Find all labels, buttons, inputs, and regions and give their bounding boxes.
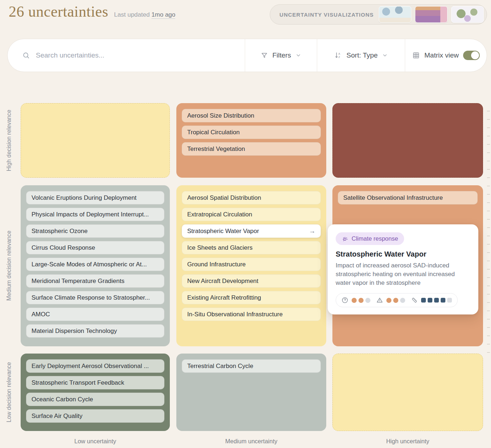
uncertainty-item[interactable]: Material Dispersion Technology [26, 324, 164, 338]
uncertainty-item-label: Physical Impacts of Deployment Interrupt… [32, 211, 149, 218]
matrix-cell-low-low: Early Deployment Aerosol Observational .… [21, 354, 170, 431]
chevron-down-icon [295, 52, 301, 58]
uncertainty-item-label: Stratospheric Ozone [32, 228, 88, 235]
uncertainty-item[interactable]: Existing Aircraft Retrofitting [182, 291, 321, 304]
matrix-view-label: Matrix view [424, 51, 459, 59]
grid-icon [412, 51, 420, 59]
uncertainty-item[interactable]: Satellite Observational Infrastructure [338, 191, 478, 204]
metric-square [441, 298, 445, 303]
sort-label: Sort: Type [347, 51, 378, 59]
viz-thumbnail-world-map[interactable] [451, 6, 484, 23]
uncertainty-item[interactable]: Terrestrial Vegetation [182, 142, 321, 156]
uncertainty-item[interactable]: Physical Impacts of Deployment Interrupt… [26, 208, 164, 221]
uncertainty-item[interactable]: Ground Infrastructure [182, 258, 321, 271]
uncertainty-item[interactable]: Oceanic Carbon Cycle [26, 393, 164, 406]
uncertainty-item[interactable]: Early Deployment Aerosol Observational .… [26, 359, 164, 373]
uncertainty-item-label: Existing Aircraft Retrofitting [187, 294, 261, 301]
uncertainty-item[interactable]: Surface Climate Response to Stratospher.… [26, 291, 164, 304]
uncertainty-item[interactable]: Terrestrial Carbon Cycle [182, 359, 321, 373]
popup-title: Stratospheric Water Vapor [336, 250, 470, 258]
uncertainty-item[interactable]: Large-Scale Modes of Atmospheric or At..… [26, 258, 164, 271]
uncertainty-item-label: AMOC [32, 311, 50, 318]
filters-label: Filters [272, 51, 291, 59]
uncertainty-item[interactable]: Stratospheric Transport Feedback [26, 376, 164, 389]
matrix-view-toggle[interactable] [463, 51, 480, 60]
svg-text:Z: Z [338, 55, 340, 59]
metric-square [421, 298, 426, 303]
uncertainty-item[interactable]: Meridional Temperature Gradients [26, 274, 164, 288]
search-icon [22, 51, 30, 59]
matrix-cell-medium-low: Volcanic Eruptions During DeploymentPhys… [21, 185, 170, 346]
row-label-high: High decision relevance [5, 103, 13, 178]
uncertainty-item[interactable]: Ice Sheets and Glaciers [182, 241, 321, 254]
right-edge-ruler-ticks [487, 103, 490, 354]
metrics-pill [336, 293, 458, 307]
uncertainty-item-label: Surface Air Quality [32, 413, 83, 420]
ruler-icon [411, 297, 418, 304]
uncertainty-item-label: New Aircraft Development [187, 278, 259, 285]
metric-square [434, 298, 439, 303]
uncertainty-item[interactable]: Tropical Circulation [182, 126, 321, 139]
metric-group [341, 297, 370, 304]
uncertainty-detail-popup: Climate response Stratospheric Water Vap… [328, 224, 478, 314]
uncertainty-item-label: In-Situ Observational Infrastructure [187, 311, 283, 318]
climate-sun-icon [342, 236, 348, 242]
metric-square [428, 298, 432, 303]
matrix-cell-low-high [332, 354, 483, 431]
uncertainty-item-label: Large-Scale Modes of Atmospheric or At..… [32, 261, 147, 268]
uncertainty-item[interactable]: New Aircraft Development [182, 274, 321, 288]
uncertainty-item-label: Material Dispersion Technology [32, 327, 117, 335]
toolbar: Filters AZ Sort: Type Matrix view [7, 39, 487, 72]
uncertainty-item[interactable]: Stratospheric Ozone [26, 224, 164, 238]
search-segment [8, 39, 245, 72]
uncertainty-item[interactable]: Aerosol Spatial Distribution [182, 191, 321, 204]
viz-thumbnail-cloud-diagram[interactable] [379, 6, 411, 23]
matrix-view-segment: Matrix view [405, 39, 487, 72]
svg-text:A: A [338, 52, 340, 55]
visualizations-label: UNCERTAINTY VISUALIZATIONS [280, 12, 374, 18]
last-updated-value: 1mo ago [151, 11, 175, 19]
uncertainty-item-label: Terrestrial Vegetation [187, 145, 245, 153]
col-label-medium: Medium uncertainty [176, 438, 327, 445]
last-updated-label: Last updated [114, 11, 150, 18]
metric-dot [393, 298, 398, 303]
uncertainty-item[interactable]: AMOC [26, 308, 164, 321]
metric-dot [352, 298, 357, 303]
header: 26 uncertainties Last updated 1mo ago [9, 3, 175, 20]
uncertainty-item[interactable]: Aerosol Size Distribution [182, 109, 321, 122]
uncertainty-item-label: Terrestrial Carbon Cycle [187, 363, 253, 370]
uncertainty-item[interactable]: Surface Air Quality [26, 409, 164, 423]
uncertainty-item[interactable]: Extratropical Circulation [182, 208, 321, 221]
uncertainty-item-label: Meridional Temperature Gradients [32, 278, 125, 285]
col-label-high: High uncertainty [332, 438, 483, 445]
uncertainty-item-label: Aerosol Size Distribution [187, 112, 254, 119]
matrix-cell-high-medium: Aerosol Size DistributionTropical Circul… [176, 103, 326, 178]
uncertainty-item[interactable]: Volcanic Eruptions During Deployment [26, 191, 164, 204]
filters-button[interactable]: Filters [245, 39, 317, 72]
uncertainty-item[interactable]: Cirrus Cloud Response [26, 241, 164, 254]
metric-group [376, 297, 405, 304]
uncertainty-item-label: Ground Infrastructure [187, 261, 246, 268]
category-badge: Climate response [336, 232, 404, 245]
uncertainty-item-selected[interactable]: Stratospheric Water Vapor→ [182, 224, 321, 238]
row-label-low: Low decision relevance [5, 354, 13, 431]
question-circle-icon [341, 297, 348, 304]
uncertainty-item-label: Ice Sheets and Glaciers [187, 244, 252, 252]
uncertainty-item-label: Stratospheric Water Vapor [187, 228, 259, 235]
metric-dot [386, 298, 391, 303]
uncertainty-item-label: Extratropical Circulation [187, 211, 252, 218]
popup-description: Impact of increased aerosol SAD-induced … [336, 261, 470, 287]
col-label-low: Low uncertainty [20, 438, 171, 445]
metric-dot [358, 298, 364, 303]
search-input[interactable] [35, 51, 196, 60]
toggle-knob [471, 51, 479, 59]
uncertainty-item-label: Tropical Circulation [187, 129, 240, 136]
visualization-thumbnails [379, 6, 484, 23]
uncertainty-item-label: Surface Climate Response to Stratospher.… [32, 294, 150, 301]
sort-button[interactable]: AZ Sort: Type [317, 39, 405, 72]
matrix-cell-medium-medium: Aerosol Spatial DistributionExtratropica… [176, 185, 326, 346]
viz-thumbnail-atmosphere-map[interactable] [415, 6, 448, 23]
uncertainty-item[interactable]: In-Situ Observational Infrastructure [182, 308, 321, 321]
uncertainty-item-label: Early Deployment Aerosol Observational .… [32, 363, 149, 370]
last-updated: Last updated 1mo ago [114, 11, 175, 18]
